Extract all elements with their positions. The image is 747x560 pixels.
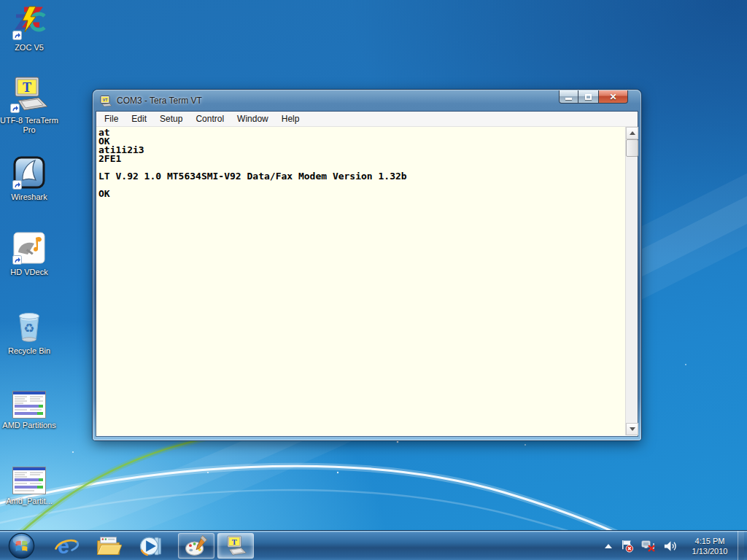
close-icon: ✕ bbox=[609, 92, 616, 102]
desktop-icon-label: UTF-8 TeraTerm Pro bbox=[0, 116, 58, 135]
menu-bar: File Edit Setup Control Window Help bbox=[96, 112, 638, 127]
system-tray: 4:15 PM 1/13/2010 bbox=[600, 531, 744, 560]
network-disconnected-icon bbox=[641, 539, 656, 553]
show-hidden-icons-button[interactable] bbox=[604, 543, 613, 549]
maximize-icon bbox=[585, 94, 592, 100]
svg-text:♻: ♻ bbox=[23, 321, 34, 335]
desktop-icon-utf8-teraterm-pro[interactable]: T UTF-8 TeraTerm Pro bbox=[0, 76, 58, 135]
recycle-bin-icon: ♻ bbox=[12, 306, 47, 344]
shortcut-arrow-icon bbox=[10, 104, 20, 113]
desktop-icon-label: HD VDeck bbox=[10, 268, 47, 277]
taskbar-running-apps: T bbox=[178, 533, 254, 559]
teraterm-monitor-icon: T bbox=[224, 535, 247, 557]
taskbar-windows-explorer-button[interactable] bbox=[88, 531, 130, 560]
desktop-icon-zoc-v5[interactable]: ZOC V5 bbox=[0, 4, 58, 52]
menu-setup[interactable]: Setup bbox=[153, 112, 189, 126]
window-title: COM3 - Tera Term VT bbox=[117, 96, 202, 106]
scroll-up-button[interactable] bbox=[626, 127, 638, 139]
speaker-icon bbox=[663, 540, 677, 553]
desktop-icon-amd-partit[interactable]: Amd_Partit... bbox=[0, 467, 58, 506]
clock-date: 1/13/2010 bbox=[685, 546, 735, 556]
desktop-icon-label: AMD Partitions bbox=[2, 421, 55, 430]
close-button[interactable]: ✕ bbox=[598, 90, 628, 104]
taskbar-teraterm-button[interactable]: T bbox=[217, 533, 254, 559]
shortcut-arrow-icon bbox=[12, 255, 22, 265]
partition-screenshot-icon bbox=[12, 467, 46, 494]
svg-text:T: T bbox=[23, 80, 31, 95]
desktop-icon-label: Recycle Bin bbox=[8, 346, 50, 356]
teraterm-window: VT COM3 - Tera Term VT ✕ File Edit Setup… bbox=[93, 90, 641, 440]
menu-help[interactable]: Help bbox=[275, 112, 306, 126]
taskbar-internet-explorer-button[interactable]: e bbox=[45, 531, 88, 560]
vertical-scrollbar[interactable] bbox=[625, 127, 638, 435]
start-button[interactable] bbox=[8, 532, 35, 559]
menu-file[interactable]: File bbox=[98, 112, 125, 126]
minimize-icon bbox=[565, 98, 572, 100]
windows-explorer-folder-icon bbox=[96, 534, 122, 558]
desktop-icon-wireshark[interactable]: Wireshark bbox=[0, 155, 58, 202]
taskbar-media-player-button[interactable] bbox=[130, 531, 172, 560]
volume-button[interactable] bbox=[663, 540, 677, 553]
desktop-icon-label: Wireshark bbox=[11, 192, 47, 202]
network-status-button[interactable] bbox=[641, 539, 656, 553]
clock-time: 4:15 PM bbox=[685, 536, 735, 546]
paint-palette-icon bbox=[185, 534, 208, 558]
teraterm-vt-window-icon: VT bbox=[100, 96, 112, 106]
desktop-icon-label: ZOC V5 bbox=[15, 43, 44, 52]
internet-explorer-icon: e bbox=[54, 534, 79, 559]
windows-start-orb-icon bbox=[8, 532, 35, 559]
menu-window[interactable]: Window bbox=[231, 112, 275, 126]
desktop-icon-label: Amd_Partit... bbox=[6, 497, 53, 506]
svg-text:T: T bbox=[232, 537, 237, 545]
window-body: File Edit Setup Control Window Help at O… bbox=[96, 112, 638, 436]
chevron-up-icon bbox=[604, 543, 613, 549]
media-player-icon bbox=[139, 534, 163, 559]
terminal-client-area[interactable]: at OK ati1i2i3 2FE1 LT V.92 1.0 MT5634SM… bbox=[96, 127, 638, 435]
triangle-up-icon bbox=[630, 131, 635, 135]
shortcut-arrow-icon bbox=[12, 31, 22, 40]
svg-text:e: e bbox=[58, 534, 69, 558]
svg-text:VT: VT bbox=[103, 98, 107, 102]
maximize-button[interactable] bbox=[578, 90, 598, 104]
menu-control[interactable]: Control bbox=[189, 112, 231, 126]
desktop-icon-recycle-bin[interactable]: ♻ Recycle Bin bbox=[0, 306, 58, 356]
desktop: ZOC V5 T UTF-8 TeraTerm Pro bbox=[0, 0, 747, 560]
shortcut-arrow-icon bbox=[12, 180, 22, 190]
menu-edit[interactable]: Edit bbox=[125, 112, 153, 126]
minimize-button[interactable] bbox=[559, 90, 578, 104]
desktop-icon-amd-partitions[interactable]: AMD Partitions bbox=[0, 391, 58, 430]
show-desktop-button[interactable] bbox=[738, 531, 744, 560]
taskbar-clock[interactable]: 4:15 PM 1/13/2010 bbox=[685, 536, 735, 556]
terminal-output[interactable]: at OK ati1i2i3 2FE1 LT V.92 1.0 MT5634SM… bbox=[98, 128, 624, 434]
action-center-flag-icon bbox=[620, 539, 634, 553]
desktop-icon-hd-vdeck[interactable]: HD VDeck bbox=[0, 230, 58, 277]
scrollbar-thumb[interactable] bbox=[626, 139, 638, 157]
partition-screenshot-icon bbox=[12, 391, 46, 419]
scroll-down-button[interactable] bbox=[626, 423, 638, 435]
taskbar-paint-button[interactable] bbox=[178, 533, 214, 559]
taskbar-pinned-icons: e bbox=[45, 531, 172, 560]
taskbar: e bbox=[0, 530, 747, 560]
action-center-button[interactable] bbox=[620, 539, 634, 553]
triangle-down-icon bbox=[630, 427, 635, 431]
